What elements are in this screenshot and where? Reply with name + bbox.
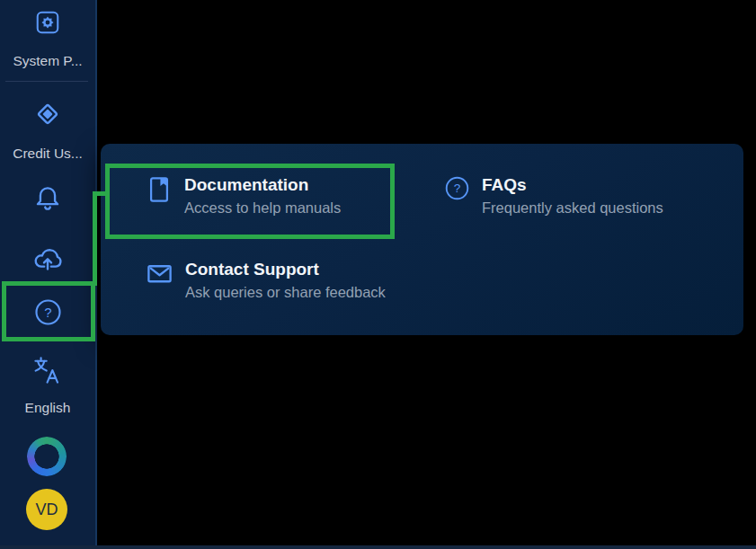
menu-item-title: FAQs: [482, 173, 663, 196]
ring-logo[interactable]: [27, 437, 67, 476]
sidebar-item-help[interactable]: ?: [0, 297, 95, 327]
sidebar-divider: [5, 81, 88, 82]
sidebar-item-label: System P...: [0, 52, 95, 69]
bell-icon: [32, 183, 63, 214]
bottom-bar: [0, 545, 756, 549]
contact-support-item[interactable]: Contact Support Ask queries or share fee…: [146, 258, 386, 303]
sidebar-item-notifications[interactable]: [0, 183, 95, 214]
cloud-upload-icon: [31, 242, 64, 274]
sidebar-item-label: English: [0, 399, 95, 416]
faq-icon: ?: [444, 175, 470, 201]
app-screen: System P... Credit Us...: [0, 0, 756, 549]
sidebar-item-credit-usage[interactable]: Credit Us...: [0, 99, 95, 162]
sidebar-item-system-preferences[interactable]: System P...: [0, 9, 95, 69]
menu-item-title: Documentation: [184, 173, 341, 196]
svg-text:?: ?: [44, 305, 51, 320]
menu-item-subtitle: Ask queries or share feedback: [185, 281, 386, 303]
translate-icon: [32, 355, 63, 385]
sidebar-item-language[interactable]: English: [0, 355, 95, 416]
faqs-item[interactable]: ? FAQs Frequently asked questions: [444, 173, 663, 218]
menu-item-subtitle: Access to help manuals: [184, 197, 341, 218]
menu-item-subtitle: Frequently asked questions: [482, 197, 663, 218]
user-avatar[interactable]: VD: [26, 489, 67, 530]
menu-item-title: Contact Support: [185, 258, 386, 280]
sidebar-item-cloud-upload[interactable]: [0, 242, 95, 274]
sidebar-item-label: Credit Us...: [0, 145, 95, 162]
documentation-item[interactable]: Documentation Access to help manuals: [146, 173, 341, 218]
help-circle-icon: ?: [33, 297, 63, 327]
help-menu-panel: Documentation Access to help manuals ? F…: [101, 144, 743, 335]
svg-text:?: ?: [454, 182, 461, 195]
credit-diamond-icon: [32, 99, 63, 129]
contact-support-icon: [146, 260, 173, 288]
documentation-icon: [146, 175, 173, 204]
settings-square-icon: [34, 9, 61, 36]
avatar-initials: VD: [35, 500, 58, 519]
left-sidebar: System P... Credit Us...: [0, 0, 97, 549]
